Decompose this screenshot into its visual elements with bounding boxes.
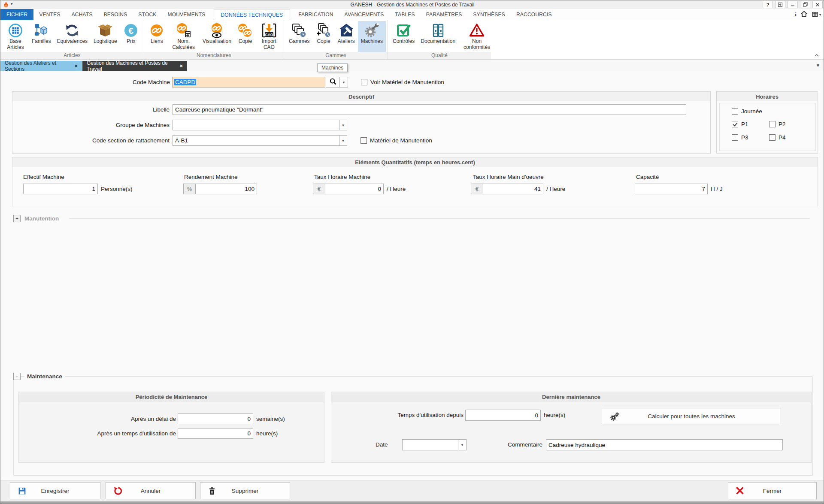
tab-close-icon[interactable]: × bbox=[179, 63, 183, 69]
p3-checkbox[interactable] bbox=[732, 134, 738, 141]
taux-horaire-mo-input[interactable] bbox=[483, 184, 543, 194]
groupe-machines-dropdown-button[interactable]: ▾ bbox=[339, 120, 347, 130]
menu-item-stock[interactable]: STOCK bbox=[133, 9, 162, 20]
ribbon-group-articles: Base Articles Familles Equivalences bbox=[0, 20, 144, 59]
descriptif-title: Descriptif bbox=[12, 92, 710, 101]
home-icon[interactable] bbox=[800, 10, 808, 19]
capacite-input[interactable] bbox=[635, 184, 708, 194]
menu-item-parametres[interactable]: PARAMÈTRES bbox=[421, 9, 468, 20]
search-button[interactable] bbox=[326, 77, 340, 88]
commentaire-input[interactable] bbox=[546, 439, 783, 450]
ribbon-button-logistique[interactable]: Logistique bbox=[91, 21, 120, 52]
sheets-plus-clock-icon bbox=[316, 22, 332, 38]
code-machine-field[interactable]: CADPD bbox=[172, 77, 325, 88]
effectif-machine-input[interactable] bbox=[23, 184, 98, 194]
p3-label[interactable]: P3 bbox=[741, 132, 748, 143]
menu-item-donnees-techniques[interactable]: DONNÉES TECHNIQUES bbox=[214, 9, 291, 20]
materiel-manutention-checkbox[interactable] bbox=[360, 137, 367, 144]
p1-checkbox[interactable] bbox=[732, 121, 738, 127]
ribbon-collapse-button[interactable] bbox=[813, 53, 820, 58]
ribbon-button-documentation[interactable]: Documentation bbox=[418, 21, 458, 52]
menu-item-syntheses[interactable]: SYNTHÈSES bbox=[468, 9, 511, 20]
tab-close-icon[interactable]: × bbox=[74, 63, 78, 69]
code-section-dropdown-button[interactable]: ▾ bbox=[339, 135, 347, 146]
effectif-machine-label: Effectif Machine bbox=[23, 172, 64, 182]
ribbon-button-label: Non conformités bbox=[461, 39, 492, 51]
ribbon-button-prix[interactable]: € Prix bbox=[120, 21, 142, 52]
menu-item-raccourcis[interactable]: RACCOURCIS bbox=[511, 9, 557, 20]
rendement-machine-input[interactable] bbox=[195, 184, 257, 194]
tab-list-caret-icon[interactable]: ▼ bbox=[816, 63, 820, 68]
voir-materiel-checkbox[interactable] bbox=[361, 79, 367, 85]
ribbon-button-machines[interactable]: Machines bbox=[358, 21, 386, 52]
taux-horaire-machine-input[interactable] bbox=[325, 184, 384, 194]
ribbon-button-label: Import CAO bbox=[259, 39, 279, 51]
manutention-expand-button[interactable]: + bbox=[13, 215, 21, 222]
ribbon-button-liens[interactable]: Liens bbox=[146, 21, 168, 52]
tab-gestion-ateliers[interactable]: Gestion des Ateliers et Sections × bbox=[0, 61, 82, 71]
periodicite-title: Périodicité de Maintenance bbox=[19, 392, 324, 402]
ribbon-button-gammes[interactable]: Gammes bbox=[286, 21, 313, 52]
ribbon-group-label: Gammes bbox=[284, 52, 388, 59]
temps-utilisation-depuis-input[interactable] bbox=[465, 410, 541, 421]
help-button[interactable]: ? bbox=[763, 1, 773, 8]
table-view-icon[interactable]: ▾ bbox=[812, 11, 821, 18]
ribbon-button-visualisation[interactable]: Visualisation bbox=[200, 21, 234, 52]
manutention-section-label[interactable]: Manutention bbox=[24, 213, 59, 224]
ribbon-button-nom-calculees[interactable]: Nom. Calculées bbox=[168, 21, 200, 52]
date-label: Date bbox=[376, 439, 388, 450]
ribbon-button-controles[interactable]: Contrôles bbox=[390, 21, 418, 52]
apres-delai-input[interactable] bbox=[178, 413, 253, 424]
fermer-button[interactable]: Fermer bbox=[728, 482, 817, 499]
supprimer-button[interactable]: Supprimer bbox=[200, 482, 290, 499]
menu-item-tables[interactable]: TABLES bbox=[389, 9, 420, 20]
apres-temps-input[interactable] bbox=[178, 428, 253, 439]
maintenance-collapse-button[interactable]: - bbox=[13, 373, 21, 380]
menu-item-besoins[interactable]: BESOINS bbox=[98, 9, 133, 20]
tab-gestion-machines[interactable]: Gestion des Machines et Postes de Travai… bbox=[82, 61, 187, 71]
enregistrer-button[interactable]: Enregistrer bbox=[10, 482, 100, 499]
info-icon[interactable]: i bbox=[795, 11, 797, 18]
menu-item-avancements[interactable]: AVANCEMENTS bbox=[339, 9, 390, 20]
ribbon-group-label: Articles bbox=[0, 52, 144, 59]
menu-item-achats[interactable]: ACHATS bbox=[66, 9, 98, 20]
table-view-caret-icon: ▾ bbox=[819, 13, 821, 17]
menu-item-mouvements[interactable]: MOUVEMENTS bbox=[162, 9, 211, 20]
menu-item-fabrication[interactable]: FABRICATION bbox=[293, 9, 339, 20]
p2-checkbox[interactable] bbox=[769, 121, 776, 127]
ribbon-button-non-conformites[interactable]: Non conformités bbox=[458, 21, 495, 52]
menu-item-ventes[interactable]: VENTES bbox=[33, 9, 66, 20]
ribbon-button-base-articles[interactable]: Base Articles bbox=[2, 21, 29, 52]
journee-label[interactable]: Journée bbox=[741, 106, 762, 117]
libelle-input[interactable] bbox=[173, 104, 686, 115]
p4-checkbox[interactable] bbox=[769, 134, 776, 141]
ribbon-options-button[interactable] bbox=[775, 1, 785, 8]
materiel-manutention-label[interactable]: Matériel de Manutention bbox=[370, 135, 432, 146]
menu-item-fichier[interactable]: FICHIER bbox=[0, 9, 33, 20]
ribbon-button-equivalences[interactable]: Equivalences bbox=[54, 21, 91, 52]
footer-bar: Enregistrer Annuler Supprimer Fermer bbox=[0, 480, 824, 501]
calculer-toutes-machines-button[interactable]: Calculer pour toutes les machines bbox=[602, 408, 781, 424]
ribbon-button-label: Copie bbox=[317, 39, 330, 45]
voir-materiel-label[interactable]: Voir Matériel de Manutention bbox=[370, 77, 444, 88]
ribbon-button-ateliers[interactable]: Ateliers bbox=[335, 21, 358, 52]
close-button[interactable] bbox=[812, 1, 823, 8]
code-section-input[interactable] bbox=[173, 135, 339, 146]
groupe-machines-input[interactable] bbox=[173, 120, 339, 130]
journee-checkbox[interactable] bbox=[732, 108, 738, 115]
ribbon-button-import-cao[interactable]: CAO Import CAO bbox=[256, 21, 282, 52]
ribbon-button-copie-gamme[interactable]: Copie bbox=[313, 21, 335, 52]
ribbon-button-familles[interactable]: Familles bbox=[29, 21, 54, 52]
ribbon-button-copie-nomenclature[interactable]: Copie bbox=[234, 21, 256, 52]
restore-button[interactable] bbox=[800, 1, 810, 8]
p4-label[interactable]: P4 bbox=[779, 132, 786, 143]
p1-label[interactable]: P1 bbox=[741, 119, 748, 130]
descriptif-groupbox: Descriptif Libellé Groupe de Machines ▾ … bbox=[12, 91, 711, 154]
ribbon-group-qualite: Contrôles Documentation Non conformités … bbox=[388, 20, 824, 59]
annuler-button[interactable]: Annuler bbox=[106, 482, 196, 499]
code-machine-value: CADPD bbox=[174, 79, 196, 85]
code-machine-dropdown-button[interactable]: ▾ bbox=[339, 77, 348, 88]
minimize-button[interactable] bbox=[788, 1, 798, 8]
maintenance-section-label[interactable]: Maintenance bbox=[24, 371, 65, 382]
p2-label[interactable]: P2 bbox=[779, 119, 786, 130]
